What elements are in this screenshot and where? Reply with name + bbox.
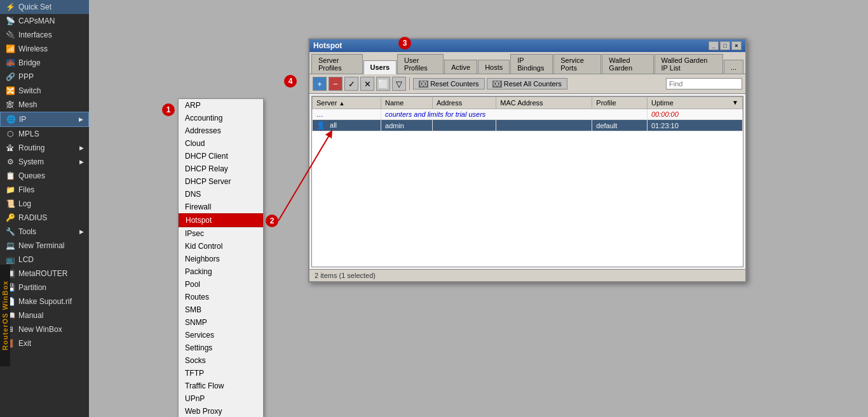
submenu-item-kid-control[interactable]: Kid Control [179, 240, 263, 253]
sidebar: ⚡ Quick Set 📡 CAPsMAN 🔌 Interfaces 📶 Wir… [0, 0, 89, 417]
submenu-item-dhcp-server[interactable]: DHCP Server [179, 175, 263, 188]
maximize-button[interactable]: □ [720, 41, 730, 50]
toolbar: + − ✓ ✕ ⬜ ▽ 00 Reset Counters 00 Reset A… [309, 74, 745, 94]
sidebar-item-mesh[interactable]: 🕸 Mesh [0, 98, 89, 112]
disable-button[interactable]: ✕ [360, 77, 374, 91]
submenu-item-traffic-flow[interactable]: Traffic Flow [179, 380, 263, 392]
submenu-item-smb[interactable]: SMB [179, 303, 263, 316]
col-header-name[interactable]: Name [381, 97, 433, 109]
sidebar-item-tools[interactable]: 🔧 Tools ▶ [0, 225, 89, 239]
submenu-item-web-proxy[interactable]: Web Proxy [179, 405, 263, 417]
table-row[interactable]: 👤 all admin default 01:23:10 [313, 120, 743, 131]
user-icon: 👤 [316, 121, 325, 129]
routing-submenu-arrow: ▶ [79, 145, 84, 151]
submenu-item-addresses[interactable]: Addresses [179, 124, 263, 137]
sidebar-item-switch[interactable]: 🔀 Switch [0, 84, 89, 98]
submenu-item-services[interactable]: Services [179, 329, 263, 341]
submenu-item-routes[interactable]: Routes [179, 291, 263, 303]
col-header-profile[interactable]: Profile [592, 97, 648, 109]
enable-button[interactable]: ✓ [344, 77, 358, 91]
submenu-item-snmp[interactable]: SNMP [179, 316, 263, 329]
submenu-item-dhcp-relay[interactable]: DHCP Relay [179, 162, 263, 175]
submenu-item-pool[interactable]: Pool [179, 278, 263, 291]
sidebar-item-exit[interactable]: 🚪 Exit [0, 336, 89, 350]
sidebar-item-partition[interactable]: 💾 Partition [0, 281, 89, 295]
submenu-item-hotspot[interactable]: Hotspot [179, 213, 263, 227]
add-button[interactable]: + [313, 77, 327, 91]
sidebar-item-ppp[interactable]: 🔗 PPP [0, 70, 89, 84]
submenu-item-neighbors[interactable]: Neighbors [179, 253, 263, 265]
sidebar-item-new-terminal[interactable]: 💻 New Terminal [0, 239, 89, 253]
window-titlebar: Hotspot _ □ × [309, 39, 745, 52]
submenu-item-dns[interactable]: DNS [179, 188, 263, 201]
sidebar-item-make-supout[interactable]: 📄 Make Supout.rif [0, 295, 89, 308]
cell-uptime: 01:23:10 [648, 120, 743, 131]
col-header-mac[interactable]: MAC Address [496, 97, 592, 109]
window-title: Hotspot [313, 41, 342, 50]
sidebar-item-new-winbox[interactable]: 🖥 New WinBox [0, 322, 89, 336]
cell-server: 👤 all [313, 120, 381, 131]
ppp-icon: 🔗 [5, 72, 15, 82]
sidebar-item-routing[interactable]: 🛣 Routing ▶ [0, 141, 89, 155]
tab-ip-bindings[interactable]: IP Bindings [510, 54, 553, 74]
sidebar-item-files[interactable]: 📁 Files [0, 183, 89, 197]
sidebar-item-radius[interactable]: 🔑 RADIUS [0, 211, 89, 225]
sidebar-item-mpls[interactable]: ⬡ MPLS [0, 127, 89, 141]
tab-walled-garden[interactable]: Walled Garden [602, 54, 653, 74]
cell-profile: default [592, 120, 648, 131]
submenu-item-ipsec[interactable]: IPsec [179, 227, 263, 240]
submenu-item-cloud[interactable]: Cloud [179, 137, 263, 150]
submenu-item-upnp[interactable]: UPnP [179, 392, 263, 405]
sidebar-item-interfaces[interactable]: 🔌 Interfaces [0, 28, 89, 42]
sidebar-item-log[interactable]: 📜 Log [0, 197, 89, 211]
cell-name: admin [381, 120, 433, 131]
col-header-uptime[interactable]: Uptime ▼ [648, 97, 743, 109]
find-input[interactable] [666, 78, 742, 89]
submenu-item-socks[interactable]: Socks [179, 354, 263, 367]
cell-address [432, 120, 496, 131]
submenu-item-accounting[interactable]: Accounting [179, 112, 263, 124]
submenu-item-firewall[interactable]: Firewall [179, 201, 263, 213]
sidebar-item-ip[interactable]: 🌐 IP ▶ [0, 112, 89, 127]
submenu-item-packing[interactable]: Packing [179, 265, 263, 278]
cell-mac [496, 120, 592, 131]
tab-server-profiles[interactable]: Server Profiles [311, 54, 363, 74]
submenu-item-settings[interactable]: Settings [179, 341, 263, 354]
sidebar-item-wireless[interactable]: 📶 Wireless [0, 42, 89, 56]
sidebar-item-quick-set[interactable]: ⚡ Quick Set [0, 0, 89, 14]
submenu-item-dhcp-client[interactable]: DHCP Client [179, 150, 263, 162]
tab-user-profiles[interactable]: User Profiles [397, 54, 444, 74]
remove-button[interactable]: − [329, 77, 342, 91]
filter-button[interactable]: ▽ [392, 77, 406, 91]
submenu-item-tftp[interactable]: TFTP [179, 367, 263, 380]
sidebar-item-system[interactable]: ⚙ System ▶ [0, 155, 89, 169]
minimize-button[interactable]: _ [709, 41, 719, 50]
tab-walled-garden-ip[interactable]: Walled Garden IP List [654, 54, 723, 74]
tab-hosts[interactable]: Hosts [478, 60, 510, 74]
users-table: Server ▲ Name Address MAC Address Profil… [312, 96, 743, 131]
tab-users[interactable]: Users [363, 60, 397, 74]
close-button[interactable]: × [731, 41, 742, 50]
tab-more[interactable]: ... [724, 60, 743, 74]
sidebar-item-lcd[interactable]: 📺 LCD [0, 253, 89, 267]
table-row-group[interactable]: … counters and limits for trial users 00… [313, 109, 743, 120]
sidebar-item-metarouter[interactable]: 🔲 MetaROUTER [0, 267, 89, 281]
sidebar-item-capsman[interactable]: 📡 CAPsMAN [0, 14, 89, 28]
submenu-item-arp[interactable]: ARP [179, 99, 263, 112]
tab-active[interactable]: Active [444, 60, 477, 74]
tab-service-ports[interactable]: Service Ports [553, 54, 601, 74]
sidebar-item-bridge[interactable]: 🌉 Bridge [0, 56, 89, 70]
reset-all-counters-button[interactable]: 00 Reset All Counters [487, 78, 567, 89]
lcd-icon: 📺 [5, 255, 15, 265]
files-icon: 📁 [5, 185, 15, 195]
bridge-icon: 🌉 [5, 58, 15, 68]
sidebar-item-manual[interactable]: 📖 Manual [0, 308, 89, 322]
reset-counters-button[interactable]: 00 Reset Counters [413, 78, 485, 89]
sidebar-item-queues[interactable]: 📋 Queues [0, 169, 89, 183]
copy-button[interactable]: ⬜ [376, 77, 390, 91]
tools-icon: 🔧 [5, 227, 15, 237]
col-header-server[interactable]: Server ▲ [313, 97, 381, 109]
toolbar-separator-1 [409, 77, 410, 90]
col-header-address[interactable]: Address [432, 97, 496, 109]
mpls-icon: ⬡ [5, 129, 15, 139]
